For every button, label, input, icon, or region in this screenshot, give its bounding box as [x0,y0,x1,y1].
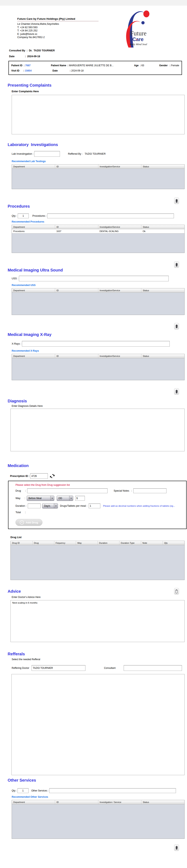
duration-type-select[interactable]: Day/s ▼ [42,503,58,508]
drug-col-way: Way [76,541,98,545]
refresh-prescription-button[interactable] [50,474,55,478]
section-title-presenting-complaints: Presenting Complaints [8,83,187,88]
other-services-input-row: Qty : Other Services : [12,788,187,793]
way-row: Way : Before Meal ▼ OD ▼ [15,496,186,501]
drug-list-table[interactable]: Drug ID Drug Fequency Way Duration Durat… [10,541,185,580]
xray-col-id: ID [55,354,98,358]
trash-icon [175,390,178,393]
frequency-select[interactable]: OD ▼ [57,496,73,501]
consult-date-value: 2024-09-18 [27,55,40,58]
xray-input[interactable] [22,341,170,347]
refresh-icon [50,474,55,478]
add-drug-button[interactable]: + Add Drug [15,519,42,526]
consultant-input[interactable] [124,665,182,671]
way-label: Way : [15,497,27,500]
duration-row: Duration : Day/s ▼ Drugs/Tablets per mea… [15,503,186,508]
delete-xray-button[interactable] [174,388,179,395]
uss-col-id: ID [55,288,98,292]
procedure-department: Procedures [12,229,55,234]
other-services-col-investigation: Investigation / Service [98,800,141,804]
refferals-list-box[interactable] [11,674,185,775]
other-services-table[interactable]: Department ID Investigation / Service St… [12,800,185,839]
delete-uss-button[interactable] [174,323,179,330]
per-meal-label: Drugs/Tablets per meal : [60,504,88,507]
special-notes-input[interactable] [133,488,166,493]
procedures-col-investigation: Investigation/Service [98,225,141,229]
delete-other-services-button[interactable] [174,844,179,851]
diagnosis-textarea[interactable] [10,409,185,451]
uss-label: USS : [12,277,19,280]
recommended-lab-testings-label: Recommended Lab Testings [12,160,187,163]
uss-table-empty-area [12,292,184,315]
xray-table-empty-area [12,358,184,380]
uss-table[interactable]: Department ID Investigation/Service Stat… [12,288,185,315]
lab-table-empty-area [12,169,184,189]
delete-lab-button[interactable] [174,197,179,204]
other-services-qty-label: Qty : [12,789,17,792]
advice-textarea[interactable]: Next scaling in 6 months [10,600,185,642]
section-title-procedures: Procedures [8,204,187,209]
xray-table[interactable]: Department ID Investigation/Service Stat… [12,354,185,380]
refferals-sublabel: Select the needed Refferal [12,658,187,661]
future-care-logo: Future Care ♥ Body Mind Soul [123,8,153,49]
lab-col-status: Status [141,164,185,169]
drug-col-note: Note [141,541,163,545]
duration-type-value: Day/s [42,503,54,508]
procedures-table-row[interactable]: Procedures 1637 DENTAL-SCALING Ok [12,229,184,234]
consult-date-line: Date : 2024-09-18 [9,55,187,58]
patient-name-label: Patient Name : [51,64,69,67]
procedures-qty-input[interactable] [18,214,29,218]
patient-row-2: Visit ID : 15654 Date : 2024-09-18 [11,69,179,72]
drug-entry-panel: Please select the Drug from Drug suggess… [8,481,187,529]
duration-input[interactable] [28,503,41,508]
drug-list-header-row: Drug ID Drug Fequency Way Duration Durat… [11,541,184,545]
complaints-textarea[interactable] [12,95,185,134]
recommended-procedures-label: Recommended Procedures [12,220,187,223]
logo-word-care: Care [132,36,144,42]
total-row: Total : [15,511,186,514]
drug-col-duration-type: Duration Type [119,541,141,545]
trash-icon [175,324,178,328]
lab-testings-table[interactable]: Department ID Investigation/Service Stat… [12,164,185,189]
lab-col-id: ID [55,164,98,169]
procedure-service: DENTAL-SCALING [98,229,141,234]
complaints-sublabel: Enter Complaints Here [12,90,187,93]
per-meal-input[interactable] [89,503,100,508]
procedures-input[interactable] [47,214,174,218]
logo-tagline: Body Mind Soul [130,43,147,46]
reffered-by-value: TAZIO TOURNIER [85,152,106,155]
procedures-table[interactable]: Department ID Investigation/Service Stat… [12,225,185,253]
procedures-label: Procedures : [32,215,47,217]
section-title-xray: Medical Imaging X-Ray [8,332,187,337]
prescription-id-input[interactable] [30,473,48,479]
uss-input[interactable] [19,276,169,281]
procedure-id: 1637 [55,229,98,234]
section-title-other-services: Other Services [8,778,187,783]
company-address: Le Chainter,Victoria,Mahe,Seychelles [17,22,99,26]
delete-procedures-button[interactable] [174,261,179,268]
reffering-doctor-input[interactable] [32,665,85,671]
meal-timing-select[interactable]: Before Meal ▼ [27,496,54,501]
section-title-ultrasound: Medical Imaging Ultra Sound [8,268,187,273]
refferals-input-row: Reffering Doctor Consultant [12,665,187,671]
company-header: Future Care by Future Holdings (Pty) Lim… [0,6,187,47]
chevron-down-icon: ▼ [69,496,73,501]
lab-trash-row [0,197,179,204]
other-services-input[interactable] [49,788,176,793]
section-title-diagnosis: Diagnosis [8,399,187,403]
uss-col-department: Department [12,288,55,292]
delete-advice-button[interactable] [174,588,179,594]
logo-heart-icon: ♥ [136,39,137,41]
other-services-qty-input[interactable] [17,788,29,793]
uss-col-investigation: Investigation/Service [98,288,141,292]
procedures-col-department: Department [12,225,55,229]
age-label: Age : [134,64,142,67]
lab-investigation-input[interactable] [34,151,60,157]
company-phone-2: T: +24 84 225 252 [17,29,99,32]
drug-input[interactable] [27,488,108,493]
special-notes-label: Special Notes : [114,489,133,492]
company-email: E: jude@future.sc [17,32,99,36]
way-qty-input[interactable] [75,496,85,501]
consultant-label: Consultant [104,666,115,670]
patient-age-cell: Age : 63 [134,64,159,67]
